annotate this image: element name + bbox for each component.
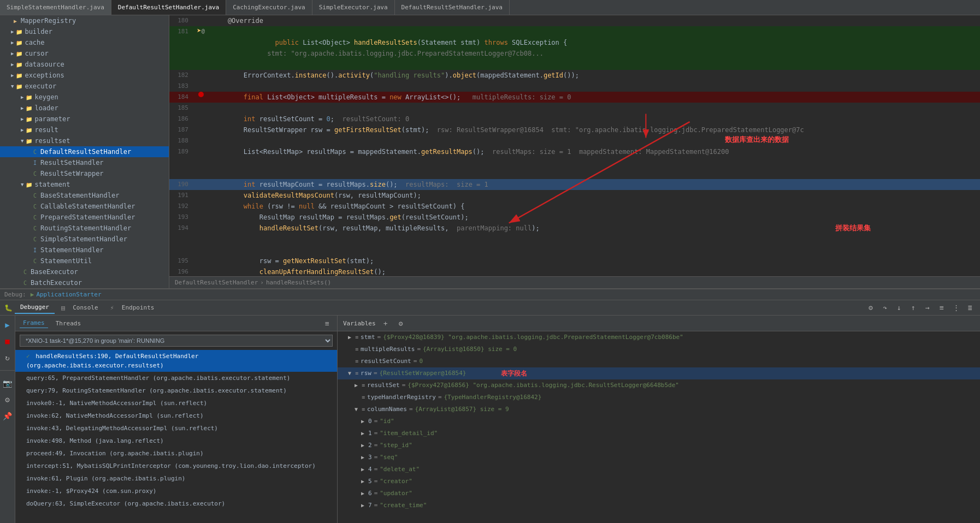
var-item-rsw[interactable]: ▼ ≡ rsw = {ResultSetWrapper@16854} 表字段名 xyxy=(338,367,980,379)
sidebar-item-keygen[interactable]: ▶ 📁 keygen xyxy=(0,92,169,103)
frame-item-7[interactable]: proceed:49, Invocation (org.apache.ibati… xyxy=(15,447,337,460)
var-item-col-6[interactable]: ▶ 6 = "updator" xyxy=(338,488,980,500)
debug-btn-evaluate[interactable]: ≡ xyxy=(936,302,947,313)
sidebar-item-preparedstatementhandler[interactable]: C PreparedStatementHandler xyxy=(0,212,169,223)
var-item-stmt[interactable]: ▶ ≡ stmt = {$Proxy428@16839} "org.apache… xyxy=(338,331,980,343)
frame-item-0[interactable]: ✓ handleResultSets:190, DefaultResultSet… xyxy=(15,350,337,372)
var-item-col-1[interactable]: ▶ 1 = "item_detail_id" xyxy=(338,427,980,439)
tab-debugger[interactable]: Debugger xyxy=(15,301,55,314)
tab-default-result[interactable]: DefaultResultSetHandler.java xyxy=(111,0,226,15)
debug-resume-btn[interactable]: ▶ xyxy=(2,319,14,331)
sidebar-item-statementhandler[interactable]: I StatementHandler xyxy=(0,245,169,255)
debug-btn-stream[interactable]: ≣ xyxy=(965,302,976,313)
sidebar-item-simplestatementhandler[interactable]: C SimpleStatementHandler xyxy=(0,234,169,245)
code-line-194: 194 handleResultSet(rsw, resultMap, mult… xyxy=(169,223,980,255)
var-item-col-0[interactable]: ▶ 0 = "id" xyxy=(338,415,980,427)
sidebar-label: DefaultResultSetHandler xyxy=(40,148,131,156)
sidebar-label: loader xyxy=(34,104,58,112)
sidebar-item-statement[interactable]: ▼ 📁 statement xyxy=(0,179,169,190)
sidebar-item-parameter[interactable]: ▶ 📁 parameter xyxy=(0,114,169,124)
var-item-resultsetcount[interactable]: ≡ resultSetCount = 0 xyxy=(338,355,980,367)
sidebar-item-routingstatementhandler[interactable]: C RoutingStatementHandler xyxy=(0,223,169,234)
debug-restart-btn[interactable]: ↻ xyxy=(2,352,14,364)
frame-item-4[interactable]: invoke:62, NativeMethodAccessorImpl (sun… xyxy=(15,409,337,422)
var-item-col-2[interactable]: ▶ 2 = "step_id" xyxy=(338,439,980,451)
var-item-multipleresults[interactable]: ≡ multipleResults = {ArrayList@16850} si… xyxy=(338,343,980,355)
var-item-col-7[interactable]: ▶ 7 = "create_time" xyxy=(338,500,980,512)
tab-console[interactable]: Console xyxy=(67,302,103,313)
debug-settings-btn[interactable]: ⚙ xyxy=(2,394,14,406)
sidebar-label: PreparedStatementHandler xyxy=(40,213,135,221)
tab-simple-executor[interactable]: SimpleExecutor.java xyxy=(312,0,395,15)
debug-btn-step-over[interactable]: ↷ xyxy=(879,302,890,313)
code-line-183: 183 xyxy=(169,81,980,92)
tab-caching-executor[interactable]: CachingExecutor.java xyxy=(226,0,312,15)
frame-item-8[interactable]: intercept:51, MybatisSQLPrintInterceptor… xyxy=(15,460,337,472)
frame-item-1[interactable]: query:65, PreparedStatementHandler (org.… xyxy=(15,372,337,384)
debug-pin-btn[interactable]: 📌 xyxy=(2,410,14,422)
sidebar-label: SimpleStatementHandler xyxy=(40,235,127,243)
sidebar-item-loader[interactable]: ▶ 📁 loader xyxy=(0,103,169,114)
debug-btn-step-into[interactable]: ↓ xyxy=(894,302,905,313)
debug-stop-btn[interactable]: ■ xyxy=(2,335,14,347)
breadcrumb-class[interactable]: DefaultResultSetHandler xyxy=(175,279,258,286)
class-icon: C xyxy=(21,278,29,287)
frame-label: intercept:51, MybatisSQLPrintInterceptor… xyxy=(26,462,316,469)
class-icon: C xyxy=(31,169,39,178)
debug-camera-btn[interactable]: 📷 xyxy=(2,377,14,389)
var-item-col-5[interactable]: ▶ 5 = "creator" xyxy=(338,476,980,488)
annotation-field-name: 表字段名 xyxy=(501,369,527,378)
folder-icon: 📁 xyxy=(25,115,33,123)
frame-item-9[interactable]: invoke:61, Plugin (org.apache.ibatis.plu… xyxy=(15,472,337,485)
sidebar-item-mapperregistry[interactable]: ▶ MapperRegistry xyxy=(0,15,169,26)
sidebar-item-resultsetwrapper[interactable]: C ResultSetWrapper xyxy=(0,168,169,179)
sidebar-item-statementutil[interactable]: C StatementUtil xyxy=(0,255,169,266)
var-item-col-4[interactable]: ▶ 4 = "delete_at" xyxy=(338,463,980,476)
sidebar-item-cursor[interactable]: ▶ 📁 cursor xyxy=(0,48,169,59)
sidebar-item-datasource[interactable]: ▶ 📁 datasource xyxy=(0,59,169,70)
frame-item-2[interactable]: query:79, RoutingStatementHandler (org.a… xyxy=(15,384,337,397)
debug-btn-run-to-cursor[interactable]: → xyxy=(922,302,933,313)
tab-simple-statement[interactable]: SimpleStatementHandler.java xyxy=(0,0,111,15)
sidebar-item-builder[interactable]: ▶ 📁 builder xyxy=(0,26,169,37)
sidebar-item-defaultresultsethandler[interactable]: C DefaultResultSetHandler xyxy=(0,146,169,157)
tab-default-result2[interactable]: DefaultResultSetHandler.java xyxy=(395,0,510,15)
var-item-col-3[interactable]: ▶ 3 = "seq" xyxy=(338,451,980,463)
frames-tab[interactable]: Frames xyxy=(20,318,48,328)
sidebar-item-executor[interactable]: ▼ 📁 executor xyxy=(0,81,169,92)
breadcrumb-method[interactable]: handleResultSets() xyxy=(266,279,331,286)
code-line-187: 187 ResultSetWrapper rsw = getFirstResul… xyxy=(169,124,980,135)
frame-item-11[interactable]: doQuery:63, SimpleExecutor (org.apache.i… xyxy=(15,497,337,510)
frame-item-5[interactable]: invoke:43, DelegatingMethodAccessorImpl … xyxy=(15,422,337,435)
sidebar-item-basestatementhandler[interactable]: C BaseStatementHandler xyxy=(0,190,169,201)
var-item-resultset[interactable]: ▶ ≡ resultSet = {$Proxy427@16856} "org.a… xyxy=(338,379,980,391)
sidebar-item-exceptions[interactable]: ▶ 📁 exceptions xyxy=(0,70,169,81)
sidebar-item-resultsethandler[interactable]: I ResultSetHandler xyxy=(0,157,169,168)
tab-endpoints[interactable]: Endpoints xyxy=(116,302,160,313)
debug-btn-more[interactable]: ⋮ xyxy=(951,302,961,313)
sidebar-item-batchexecutor[interactable]: C BatchExecutor xyxy=(0,277,169,288)
sidebar-item-cache[interactable]: ▶ 📁 cache xyxy=(0,37,169,48)
code-line-189: 189 List<ResultMap> resultMaps = mappedS… xyxy=(169,146,980,179)
var-item-typehandlerregistry[interactable]: ≡ typeHandlerRegistry = {TypeHandlerRegi… xyxy=(338,391,980,403)
sidebar-item-result[interactable]: ▶ 📁 result xyxy=(0,124,169,135)
debug-btn-step-out[interactable]: ↑ xyxy=(908,302,919,313)
debug-app-label[interactable]: ▶ ApplicationStarter xyxy=(31,291,102,298)
frame-item-3[interactable]: invoke0:-1, NativeMethodAccessorImpl (su… xyxy=(15,397,337,409)
folder-icon: 📁 xyxy=(25,136,33,145)
sidebar-item-callablestatementhandler[interactable]: C CallableStatementHandler xyxy=(0,201,169,212)
vars-add-btn[interactable]: + xyxy=(380,318,391,329)
frames-filter-btn[interactable]: ≡ xyxy=(322,318,333,329)
threads-tab[interactable]: Threads xyxy=(52,319,84,328)
var-item-columnnames[interactable]: ▼ ≡ columnNames = {ArrayList@16857} size… xyxy=(338,403,980,415)
sidebar-item-resultset[interactable]: ▼ 📁 resultset xyxy=(0,135,169,146)
frame-item-10[interactable]: invoke:-1, $Proxy424 (com.sun.proxy) xyxy=(15,485,337,497)
sidebar-item-baseexecutor[interactable]: C BaseExecutor xyxy=(0,266,169,277)
thread-select[interactable]: *XNIO-1 task-1*@15,270 in group 'main': … xyxy=(20,335,333,347)
code-container[interactable]: 180 @Override 181 ➤ @ public List<Object… xyxy=(169,15,980,276)
expand-icon: ▶ xyxy=(359,465,366,474)
vars-sort-btn[interactable]: ⚙ xyxy=(395,318,406,329)
debug-btn-settings[interactable]: ⚙ xyxy=(865,302,876,313)
frame-label: invoke:43, DelegatingMethodAccessorImpl … xyxy=(26,425,218,432)
frame-item-6[interactable]: invoke:498, Method (java.lang.reflect) xyxy=(15,435,337,447)
